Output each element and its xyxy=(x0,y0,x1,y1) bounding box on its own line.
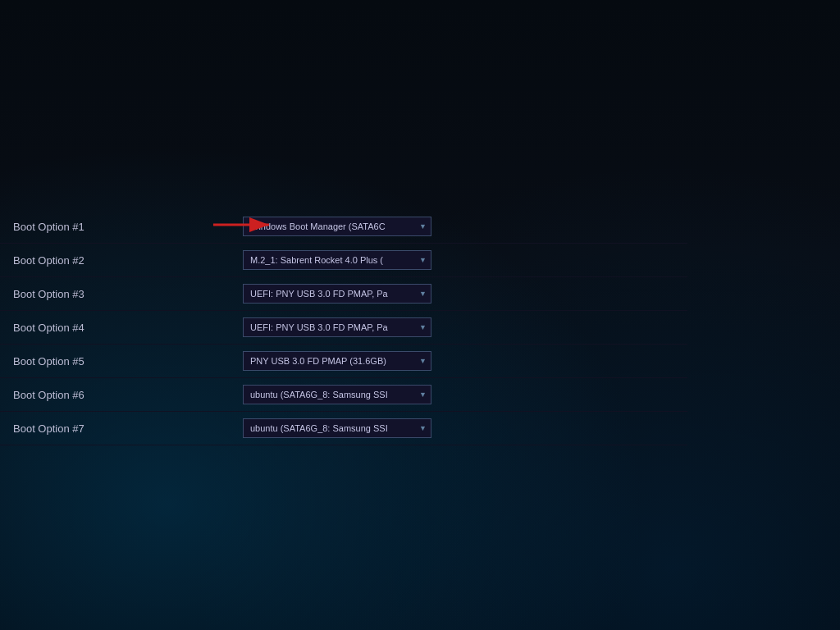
boot-option-row-2: Boot Option #2 M.2_1: Sabrent Rocket 4.0… xyxy=(0,244,687,277)
boot-option-label-7: Boot Option #7 xyxy=(13,422,243,435)
boot-option-row-3: Boot Option #3 UEFI: PNY USB 3.0 FD PMAP… xyxy=(0,277,687,311)
boot-option-select-4[interactable]: UEFI: PNY USB 3.0 FD PMAP, Pa xyxy=(243,317,431,337)
boot-option-row-6: Boot Option #6 ubuntu (SATA6G_8: Samsung… xyxy=(0,378,687,412)
boot-select-wrapper-5[interactable]: PNY USB 3.0 FD PMAP (31.6GB) xyxy=(243,351,431,371)
boot-option-select-5[interactable]: PNY USB 3.0 FD PMAP (31.6GB) xyxy=(243,351,431,371)
boot-option-label-3: Boot Option #3 xyxy=(13,288,243,300)
boot-option-row-1: Boot Option #1 Windows Boot Manag xyxy=(0,210,687,244)
boot-select-wrapper-1[interactable]: Windows Boot Manager (SATA6C xyxy=(243,217,431,236)
boot-select-wrapper-4[interactable]: UEFI: PNY USB 3.0 FD PMAP, Pa xyxy=(243,317,431,337)
boot-option-label-1: Boot Option #1 xyxy=(13,221,243,233)
boot-option-select-2[interactable]: M.2_1: Sabrent Rocket 4.0 Plus ( xyxy=(243,250,431,270)
boot-option-select-3[interactable]: UEFI: PNY USB 3.0 FD PMAP, Pa xyxy=(243,284,431,304)
boot-option-label-5: Boot Option #5 xyxy=(13,355,243,368)
boot-select-wrapper-7[interactable]: ubuntu (SATA6G_8: Samsung SSI xyxy=(243,418,431,438)
boot-select-wrapper-6[interactable]: ubuntu (SATA6G_8: Samsung SSI xyxy=(243,385,431,404)
boot-select-wrapper-3[interactable]: UEFI: PNY USB 3.0 FD PMAP, Pa xyxy=(243,284,431,304)
boot-option-label-6: Boot Option #6 xyxy=(13,389,243,401)
boot-option-row-7: Boot Option #7 ubuntu (SATA6G_8: Samsung… xyxy=(0,412,687,445)
boot-option-select-6[interactable]: ubuntu (SATA6G_8: Samsung SSI xyxy=(243,385,431,404)
boot-select-wrapper-2[interactable]: M.2_1: Sabrent Rocket 4.0 Plus ( xyxy=(243,250,431,270)
boot-option-select-7[interactable]: ubuntu (SATA6G_8: Samsung SSI xyxy=(243,418,431,438)
boot-option-label-4: Boot Option #4 xyxy=(13,322,243,334)
boot-option-row-4: Boot Option #4 UEFI: PNY USB 3.0 FD PMAP… xyxy=(0,311,687,345)
boot-option-select-1[interactable]: Windows Boot Manager (SATA6C xyxy=(243,217,431,236)
boot-option-row-5: Boot Option #5 PNY USB 3.0 FD PMAP (31.6… xyxy=(0,345,687,378)
boot-option-label-2: Boot Option #2 xyxy=(13,254,243,267)
